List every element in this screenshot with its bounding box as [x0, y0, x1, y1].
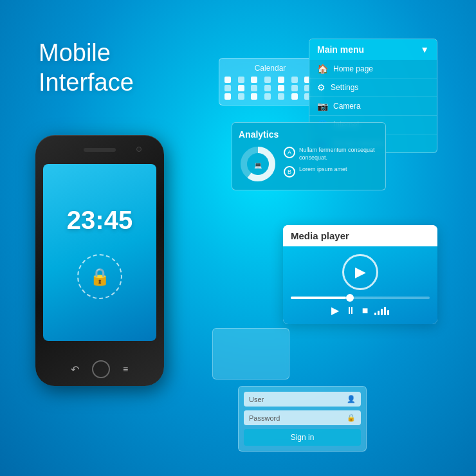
phone-bottom-bar: ↶ ≡	[35, 360, 164, 378]
cal-cell	[278, 93, 284, 100]
badge-a: A	[284, 147, 295, 158]
phone-lock-circle: 🔒	[77, 254, 122, 299]
home-icon: 🏠	[317, 64, 328, 74]
phone-speaker	[84, 148, 116, 152]
pause-button[interactable]: ⏸	[345, 305, 356, 316]
svg-text:💻: 💻	[254, 161, 262, 169]
phone-camera	[136, 147, 142, 152]
page-title: Mobile Interface	[39, 39, 134, 97]
cal-cell	[291, 77, 298, 83]
vol-bar-5	[387, 310, 389, 315]
back-button[interactable]: ↶	[71, 363, 79, 376]
analytics-list: A Nullam fermentum consequat consequat. …	[284, 147, 379, 181]
media-progress-bar[interactable]	[291, 297, 430, 299]
settings-icon: ⚙	[317, 82, 325, 93]
vol-bar-1	[374, 313, 376, 315]
media-player-body: ▶ ▶ ⏸ ■	[283, 246, 437, 324]
cal-cell	[291, 93, 298, 100]
lock-icon: 🔒	[89, 267, 110, 287]
cal-cell	[224, 85, 231, 91]
media-controls: ▶ ⏸ ■	[331, 304, 390, 316]
menu-dropdown-icon: ▼	[420, 44, 429, 55]
media-player: Media player ▶ ▶ ⏸ ■	[283, 225, 437, 324]
cal-cell	[238, 77, 244, 83]
menu-item-home[interactable]: 🏠 Home page	[309, 60, 437, 78]
password-label: Password	[249, 414, 280, 422]
volume-bars	[374, 306, 389, 315]
media-player-title: Media player	[283, 225, 437, 246]
camera-icon: 📷	[317, 101, 328, 111]
calendar-title: Calendar	[224, 64, 316, 73]
login-panel: User 👤 Password 🔒 Sign in	[238, 386, 367, 452]
cal-cell	[278, 85, 284, 91]
menu-header: Main menu ▼	[309, 39, 437, 60]
signin-button[interactable]: Sign in	[244, 429, 361, 446]
cal-cell	[264, 85, 271, 91]
menu-item-settings[interactable]: ⚙ Settings	[309, 78, 437, 97]
donut-chart: 💻	[239, 145, 277, 183]
cal-cell	[291, 85, 298, 91]
calendar-grid	[224, 77, 316, 100]
phone-time: 23:45	[67, 206, 133, 235]
analytics-item-b: B Lorem ipsum amet	[284, 166, 379, 178]
password-field[interactable]: Password 🔒	[244, 410, 361, 425]
media-progress-thumb	[346, 294, 354, 302]
cal-cell	[251, 77, 257, 83]
phone: 23:45 🔒 ↶ ≡	[35, 135, 164, 386]
analytics-content: 💻 A Nullam fermentum consequat consequat…	[239, 145, 379, 183]
cal-cell	[224, 93, 231, 100]
user-icon: 👤	[347, 395, 356, 403]
username-label: User	[249, 396, 264, 403]
home-button[interactable]	[92, 360, 110, 378]
analytics-title: Analytics	[239, 129, 379, 140]
analytics-text-a: Nullam fermentum consequat consequat.	[299, 147, 379, 161]
vol-bar-4	[384, 307, 386, 315]
menu-item-label: Settings	[331, 83, 358, 92]
play-button[interactable]: ▶	[331, 304, 339, 316]
badge-b: B	[284, 166, 295, 178]
menu-item-label: Home page	[333, 64, 373, 73]
phone-screen: 23:45 🔒	[43, 164, 156, 341]
analytics-item-a: A Nullam fermentum consequat consequat.	[284, 147, 379, 161]
menu-item-label: Camera	[333, 102, 361, 111]
username-field[interactable]: User 👤	[244, 392, 361, 407]
play-button-large[interactable]: ▶	[342, 254, 378, 290]
calendar-panel: Calendar	[219, 58, 322, 105]
cal-cell	[224, 77, 231, 83]
media-progress-fill	[291, 297, 346, 299]
analytics-panel: Analytics 💻 A Nullam fermentum consequat…	[232, 122, 386, 190]
lock-icon-small: 🔒	[347, 414, 356, 422]
stop-button[interactable]: ■	[362, 305, 369, 316]
analytics-text-b: Lorem ipsum amet	[299, 166, 347, 174]
cal-cell	[264, 77, 271, 83]
extra-panel	[212, 328, 289, 380]
cal-cell	[278, 77, 284, 83]
cal-cell	[238, 85, 244, 91]
menu-title: Main menu	[317, 44, 364, 55]
vol-bar-3	[381, 309, 383, 315]
cal-cell	[251, 93, 257, 100]
cal-cell	[238, 93, 244, 100]
vol-bar-2	[378, 311, 380, 315]
menu-button[interactable]: ≡	[123, 364, 129, 374]
panels-container: Calendar Main menu	[219, 26, 463, 463]
cal-cell	[264, 93, 271, 100]
menu-item-camera[interactable]: 📷 Camera	[309, 97, 437, 116]
cal-cell	[251, 85, 257, 91]
